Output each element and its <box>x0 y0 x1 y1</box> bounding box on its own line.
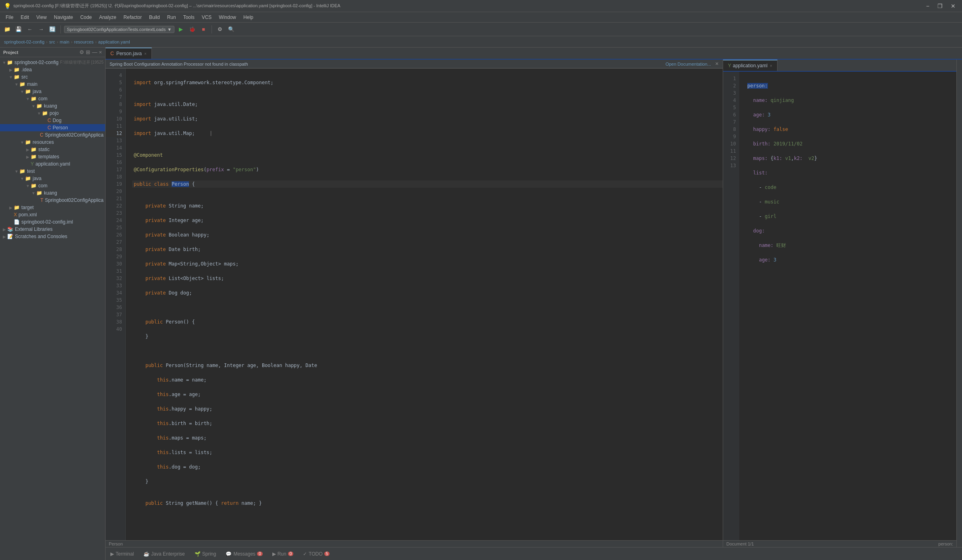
tree-item-ext-libs[interactable]: ▶ 📚 External Libraries <box>0 226 105 233</box>
code-line: this.dog = dog; <box>132 463 723 471</box>
tree-item-iml[interactable]: 📄 springboot-02-config.iml <box>0 218 105 226</box>
tree-arrow: ▼ <box>8 75 14 79</box>
menu-navigate[interactable]: Navigate <box>51 14 76 21</box>
notification-close-icon[interactable]: ✕ <box>715 61 719 66</box>
tab-todo[interactable]: ✓ TODO 5 <box>298 550 334 558</box>
tree-item-com[interactable]: ▼ 📁 com <box>0 95 105 102</box>
java-icon: T <box>40 197 43 203</box>
tree-item-templates[interactable]: ▶ 📁 templates <box>0 153 105 160</box>
tree-item-target[interactable]: ▶ 📁 target <box>0 204 105 211</box>
tree-label: application.yaml <box>35 161 70 167</box>
menu-analyze[interactable]: Analyze <box>96 14 120 21</box>
sidebar-close-icon[interactable]: × <box>99 49 102 55</box>
tree-item-pojo[interactable]: ▼ 📁 pojo <box>0 110 105 117</box>
menu-build[interactable]: Build <box>146 14 163 21</box>
tree-label: templates <box>38 154 59 160</box>
line-num: 16 <box>106 159 125 166</box>
tree-item-root[interactable]: ▼ 📁 springboot-02-config F:\班级管理\迁开 [195… <box>0 59 105 66</box>
yaml-tab-close-icon[interactable]: × <box>770 64 772 68</box>
menu-help[interactable]: Help <box>240 14 257 21</box>
line-num: 25 <box>106 224 125 231</box>
tree-item-test-app[interactable]: T Springboot02ConfigApplica <box>0 197 105 204</box>
breadcrumb-item-2[interactable]: main <box>60 39 69 44</box>
tree-item-test-kuang[interactable]: ▼ 📁 kuang <box>0 189 105 197</box>
tree-item-kuang[interactable]: ▼ 📁 kuang <box>0 102 105 110</box>
run-config-dropdown[interactable]: Springboot02ConfigApplicationTests.conte… <box>64 26 174 33</box>
yaml-tabs: Y application.yaml × <box>723 60 956 72</box>
menu-run[interactable]: Run <box>164 14 179 21</box>
menu-view[interactable]: View <box>33 14 50 21</box>
tree-item-resources[interactable]: ▼ 📁 resources <box>0 139 105 146</box>
tree-item-test-com[interactable]: ▼ 📁 com <box>0 182 105 189</box>
folder-icon: 📁 <box>25 176 31 181</box>
tab-person-java[interactable]: C Person.java × <box>106 48 152 59</box>
debug-btn[interactable]: 🐞 <box>187 25 197 34</box>
tab-messages[interactable]: 💬 Messages 0 <box>221 550 267 558</box>
toolbar-save-btn[interactable]: 💾 <box>14 25 23 34</box>
toolbar: 📁 💾 ← → 🔄 Springboot02ConfigApplicationT… <box>0 23 962 36</box>
sidebar-expand-icon[interactable]: ⊞ <box>86 49 90 55</box>
yaml-code-lines[interactable]: person: name: qinjiang age: 3 happy: fal… <box>739 72 956 540</box>
code-lines[interactable]: import org.springframework.stereotype.Co… <box>126 68 723 540</box>
code-content: 4 5 6 7 8 9 10 11 12 13 14 15 16 17 <box>106 68 723 540</box>
tree-item-src[interactable]: ▼ 📁 src <box>0 73 105 81</box>
run-btn[interactable]: ▶ <box>176 25 186 34</box>
tree-item-scratches[interactable]: ▶ 📝 Scratches and Consoles <box>0 233 105 240</box>
tab-spring[interactable]: 🌱 Spring <box>190 550 221 558</box>
tab-run[interactable]: ▶ Run 0 <box>267 550 299 558</box>
menu-vcs[interactable]: VCS <box>199 14 215 21</box>
sidebar-collapse-icon[interactable]: — <box>92 49 97 55</box>
tree-item-dog[interactable]: C Dog <box>0 117 105 124</box>
toolbar-more-btn[interactable]: ⚙ <box>215 25 225 34</box>
breadcrumb-item-1[interactable]: src <box>49 39 55 44</box>
menu-refactor[interactable]: Refactor <box>120 14 145 21</box>
tree-item-pom[interactable]: X pom.xml <box>0 211 105 218</box>
breadcrumb-item-0[interactable]: springboot-02-config <box>4 39 44 44</box>
tree-item-yaml[interactable]: Y application.yaml <box>0 160 105 168</box>
tab-close-icon[interactable]: × <box>144 52 147 56</box>
tree-item-static[interactable]: ▶ 📁 static <box>0 146 105 153</box>
menu-edit[interactable]: Edit <box>17 14 32 21</box>
messages-icon: 💬 <box>226 551 232 557</box>
todo-badge: 5 <box>324 552 330 556</box>
menu-tools[interactable]: Tools <box>180 14 198 21</box>
toolbar-search-btn[interactable]: 🔍 <box>226 25 236 34</box>
code-line: private Boolean happy; <box>132 231 723 239</box>
breadcrumb-item-3[interactable]: resources <box>74 39 93 44</box>
tree-item-java[interactable]: ▼ 📁 java <box>0 88 105 95</box>
tree-item-person[interactable]: C Person <box>0 124 105 131</box>
tree-item-test-java[interactable]: ▼ 📁 java <box>0 175 105 182</box>
code-editor[interactable]: Spring Boot Configuration Annotation Pro… <box>106 60 723 547</box>
stop-btn[interactable]: ■ <box>199 25 208 34</box>
menu-file[interactable]: File <box>2 14 17 21</box>
line-num: 14 <box>106 144 125 151</box>
tree-label: src <box>21 74 28 80</box>
tab-java-enterprise[interactable]: ☕ Java Enterprise <box>139 550 189 558</box>
tree-arrow: ▼ <box>19 89 25 94</box>
tree-path: F:\班级管理\迁开 [19525 <box>60 60 104 65</box>
code-line: @ConfigurationProperties(prefix = "perso… <box>132 166 723 173</box>
scratches-icon: 📝 <box>7 234 13 239</box>
toolbar-back-btn[interactable]: ← <box>25 25 35 34</box>
toolbar-forward-btn[interactable]: → <box>36 25 46 34</box>
tree-item-main-app[interactable]: C Springboot02ConfigApplica <box>0 131 105 139</box>
breadcrumb-item-4[interactable]: application.yaml <box>98 39 130 44</box>
notification-action[interactable]: Open Documentation... <box>666 62 711 66</box>
tree-item-main[interactable]: ▼ 📁 main <box>0 81 105 88</box>
toolbar-open-btn[interactable]: 📁 <box>2 25 12 34</box>
code-line: @Component <box>132 151 723 159</box>
sidebar-settings-icon[interactable]: ⚙ <box>79 49 84 55</box>
tab-terminal[interactable]: ▶ Terminal <box>106 550 139 558</box>
close-button[interactable]: ✕ <box>948 2 958 10</box>
minimize-button[interactable]: − <box>924 2 932 10</box>
terminal-label: Terminal <box>116 551 134 557</box>
menu-code[interactable]: Code <box>77 14 95 21</box>
tree-item-test[interactable]: ▼ 📁 test <box>0 168 105 175</box>
tab-application-yaml[interactable]: Y application.yaml × <box>723 60 777 71</box>
tree-item-idea[interactable]: ▶ 📁 .idea <box>0 66 105 73</box>
toolbar-refresh-btn[interactable]: 🔄 <box>48 25 57 34</box>
run-icon: ▶ <box>272 551 276 557</box>
sidebar-icons: ⚙ ⊞ — × <box>79 49 102 55</box>
menu-window[interactable]: Window <box>216 14 239 21</box>
restore-button[interactable]: ❐ <box>935 2 945 10</box>
